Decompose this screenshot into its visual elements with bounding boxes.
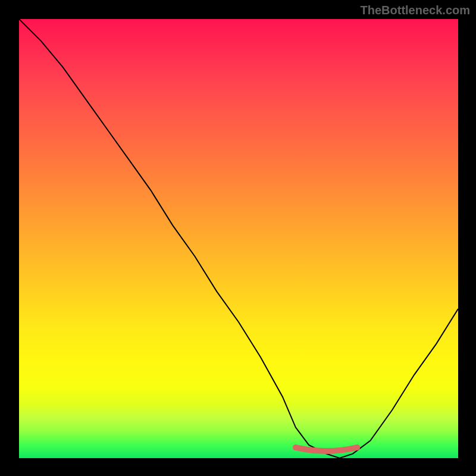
chart-svg bbox=[19, 19, 458, 458]
optimal-zone-marker bbox=[296, 447, 357, 451]
watermark-text: TheBottleneck.com bbox=[361, 4, 470, 17]
bottleneck-curve bbox=[19, 19, 458, 458]
plot-area bbox=[19, 19, 458, 458]
